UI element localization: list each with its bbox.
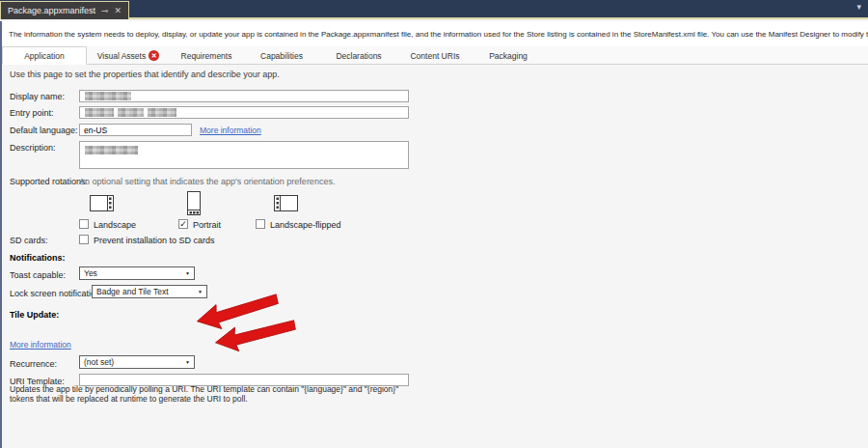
tab-content-uris-label: Content URIs bbox=[410, 51, 459, 61]
page-intro: Use this page to set the properties that… bbox=[10, 70, 280, 79]
default-language-input[interactable] bbox=[79, 124, 192, 136]
tab-application-label: Application bbox=[24, 51, 65, 61]
supported-rotations-label: Supported rotations: bbox=[10, 177, 88, 186]
toast-capable-select[interactable]: Yes ▼ bbox=[79, 266, 195, 280]
default-language-label: Default language: bbox=[10, 126, 78, 135]
entry-point-label: Entry point: bbox=[10, 108, 54, 118]
dropdown-arrow-icon: ▼ bbox=[181, 359, 194, 365]
tab-packaging-label: Packaging bbox=[489, 51, 528, 61]
manifest-designer-window: Package.appxmanifest ⊸ ✕ ▾ The informati… bbox=[0, 0, 868, 448]
checkmark-icon: ✓ bbox=[179, 219, 187, 229]
landscape-flipped-checkbox-label: Landscape-flipped bbox=[270, 220, 341, 230]
recurrence-value: (not set) bbox=[80, 357, 181, 367]
pin-icon[interactable]: ⊸ bbox=[101, 6, 109, 15]
description-label: Description: bbox=[10, 143, 56, 153]
portrait-checkbox[interactable]: ✓ bbox=[178, 219, 188, 229]
tab-list-chevron-icon[interactable]: ▾ bbox=[856, 2, 861, 12]
manifest-description: The information the system needs to depl… bbox=[2, 21, 868, 46]
tab-requirements[interactable]: Requirements bbox=[170, 46, 243, 65]
tab-declarations-label: Declarations bbox=[336, 51, 381, 61]
lock-screen-notifications-select[interactable]: Badge and Tile Text ▼ bbox=[92, 285, 207, 298]
tab-capabilities[interactable]: Capabilities bbox=[243, 46, 320, 65]
lock-screen-notifications-value: Badge and Tile Text bbox=[93, 287, 194, 296]
portrait-icon bbox=[187, 191, 201, 215]
tab-application[interactable]: Application bbox=[2, 46, 87, 65]
error-badge-icon: ✕ bbox=[149, 50, 159, 61]
redacted-value bbox=[85, 92, 131, 100]
document-tab-bar: Package.appxmanifest ⊸ ✕ ▾ bbox=[0, 0, 868, 19]
notifications-header: Notifications: bbox=[10, 253, 66, 263]
dropdown-arrow-icon: ▼ bbox=[194, 289, 206, 294]
redacted-value bbox=[118, 108, 144, 117]
tab-declarations[interactable]: Declarations bbox=[320, 46, 397, 65]
tile-update-more-information-link[interactable]: More information bbox=[10, 340, 71, 350]
landscape-flipped-icon bbox=[274, 195, 298, 211]
landscape-flipped-checkbox[interactable] bbox=[256, 219, 265, 229]
toast-capable-label: Toast capable: bbox=[10, 270, 66, 280]
tab-content-uris[interactable]: Content URIs bbox=[397, 46, 473, 65]
sd-cards-checkbox[interactable] bbox=[79, 235, 89, 244]
sd-cards-label: SD cards: bbox=[10, 236, 48, 245]
description-textarea[interactable] bbox=[79, 141, 409, 169]
uri-template-label: URI Template: bbox=[10, 377, 65, 386]
tab-packaging[interactable]: Packaging bbox=[473, 46, 544, 65]
manifest-description-text: The information the system needs to depl… bbox=[9, 30, 868, 39]
landscape-checkbox-label: Landscape bbox=[94, 220, 136, 230]
toast-capable-value: Yes bbox=[80, 268, 181, 278]
dropdown-arrow-icon: ▼ bbox=[181, 270, 194, 276]
redacted-value bbox=[85, 146, 138, 154]
portrait-checkbox-label: Portrait bbox=[193, 220, 221, 230]
tab-visual-assets-label: Visual Assets bbox=[97, 51, 146, 61]
landscape-icon bbox=[90, 195, 114, 211]
redacted-value bbox=[148, 108, 176, 117]
landscape-checkbox[interactable] bbox=[79, 219, 89, 229]
application-tab-panel: Use this page to set the properties that… bbox=[2, 65, 868, 448]
display-name-input[interactable] bbox=[79, 90, 409, 102]
designer-tab-strip: Application Visual Assets ✕ Requirements… bbox=[2, 46, 868, 65]
tile-update-header: Tile Update: bbox=[10, 310, 59, 320]
recurrence-select[interactable]: (not set) ▼ bbox=[79, 355, 195, 369]
close-icon[interactable]: ✕ bbox=[115, 6, 122, 15]
tile-update-description: Updates the app tile by periodically pol… bbox=[10, 384, 413, 404]
document-tab-package-appxmanifest[interactable]: Package.appxmanifest ⊸ ✕ bbox=[0, 1, 129, 19]
recurrence-label: Recurrence: bbox=[10, 359, 57, 369]
redacted-value bbox=[85, 108, 114, 117]
document-tab-label: Package.appxmanifest bbox=[8, 6, 95, 15]
tab-visual-assets[interactable]: Visual Assets ✕ bbox=[87, 46, 170, 65]
sd-cards-checkbox-label: Prevent installation to SD cards bbox=[94, 236, 215, 245]
display-name-label: Display name: bbox=[10, 92, 65, 101]
entry-point-input[interactable] bbox=[79, 106, 409, 119]
tab-requirements-label: Requirements bbox=[181, 51, 232, 61]
supported-rotations-hint: An optional setting that indicates the a… bbox=[79, 177, 335, 186]
more-information-link[interactable]: More information bbox=[200, 126, 261, 135]
tab-capabilities-label: Capabilities bbox=[260, 51, 303, 61]
uri-template-input[interactable] bbox=[79, 374, 409, 386]
